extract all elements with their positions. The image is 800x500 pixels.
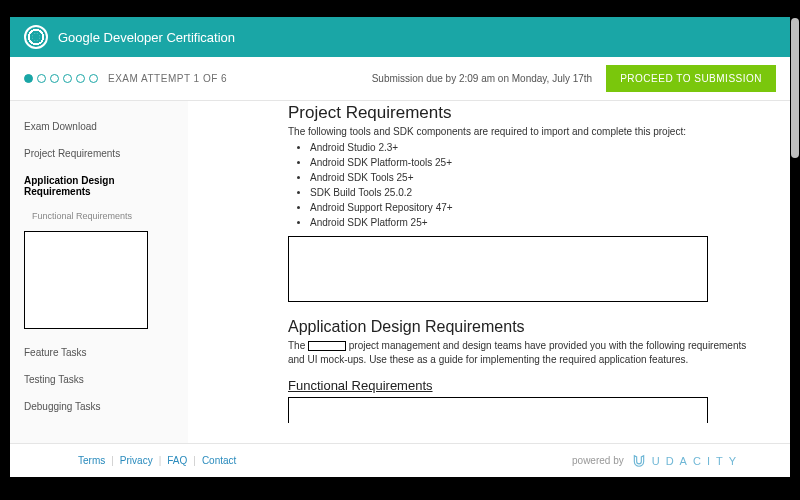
step-5[interactable]	[76, 74, 85, 83]
section2-title: Application Design Requirements	[288, 318, 750, 336]
list-item: Android SDK Platform-tools 25+	[310, 155, 750, 170]
due-label: Submission due by 2:09 am on Monday, Jul…	[372, 73, 593, 84]
list-item: Android Support Repository 47+	[310, 200, 750, 215]
app-header: Google Developer Certification	[10, 17, 790, 57]
sidebar-item-exam-download[interactable]: Exam Download	[10, 113, 188, 140]
list-item: SDK Build Tools 25.0.2	[310, 185, 750, 200]
sidebar: Exam Download Project Requirements Appli…	[10, 101, 188, 443]
footer-link-terms[interactable]: Terms	[78, 455, 105, 466]
sidebar-subitem-functional[interactable]: Functional Requirements	[10, 205, 188, 227]
requirements-list: Android Studio 2.3+ Android SDK Platform…	[310, 140, 750, 230]
powered-by-label: powered by	[572, 455, 624, 466]
section2-paragraph: The project management and design teams …	[288, 339, 750, 366]
proceed-button[interactable]: PROCEED TO SUBMISSION	[606, 65, 776, 92]
main-content: Project Requirements The following tools…	[188, 101, 790, 443]
section2-text-before: The	[288, 340, 308, 351]
sidebar-thumbnail-placeholder	[24, 231, 148, 329]
step-1[interactable]	[24, 74, 33, 83]
step-indicator	[24, 74, 98, 83]
footer: Terms| Privacy| FAQ| Contact powered by …	[10, 443, 790, 477]
list-item: Android SDK Tools 25+	[310, 170, 750, 185]
brand-logo: UDACITY	[632, 454, 742, 468]
section1-title: Project Requirements	[288, 103, 750, 123]
page-title: Google Developer Certification	[58, 30, 235, 45]
footer-links: Terms| Privacy| FAQ| Contact	[78, 455, 236, 466]
sidebar-item-project-requirements[interactable]: Project Requirements	[10, 140, 188, 167]
step-6[interactable]	[89, 74, 98, 83]
redaction-box-1	[288, 236, 708, 302]
footer-link-contact[interactable]: Contact	[202, 455, 236, 466]
redacted-word	[308, 341, 346, 351]
progress-bar: EXAM ATTEMPT 1 OF 6 Submission due by 2:…	[10, 57, 790, 101]
footer-link-faq[interactable]: FAQ	[167, 455, 187, 466]
scrollbar-thumb[interactable]	[791, 18, 799, 158]
list-item: Android SDK Platform 25+	[310, 215, 750, 230]
list-item: Android Studio 2.3+	[310, 140, 750, 155]
brand-text: UDACITY	[652, 455, 742, 467]
section2-text-after: project management and design teams have…	[288, 340, 746, 365]
section3-title: Functional Requirements	[288, 378, 750, 393]
step-3[interactable]	[50, 74, 59, 83]
redaction-box-2	[288, 397, 708, 423]
udacity-icon	[632, 454, 646, 468]
step-4[interactable]	[63, 74, 72, 83]
sidebar-item-application-design[interactable]: Application Design Requirements	[10, 167, 188, 205]
sidebar-item-testing-tasks[interactable]: Testing Tasks	[10, 366, 188, 393]
sidebar-item-feature-tasks[interactable]: Feature Tasks	[10, 339, 188, 366]
logo-icon	[24, 25, 48, 49]
sidebar-item-debugging-tasks[interactable]: Debugging Tasks	[10, 393, 188, 420]
section1-intro: The following tools and SDK components a…	[288, 126, 750, 137]
step-2[interactable]	[37, 74, 46, 83]
footer-link-privacy[interactable]: Privacy	[120, 455, 153, 466]
attempt-label: EXAM ATTEMPT 1 OF 6	[108, 73, 227, 84]
